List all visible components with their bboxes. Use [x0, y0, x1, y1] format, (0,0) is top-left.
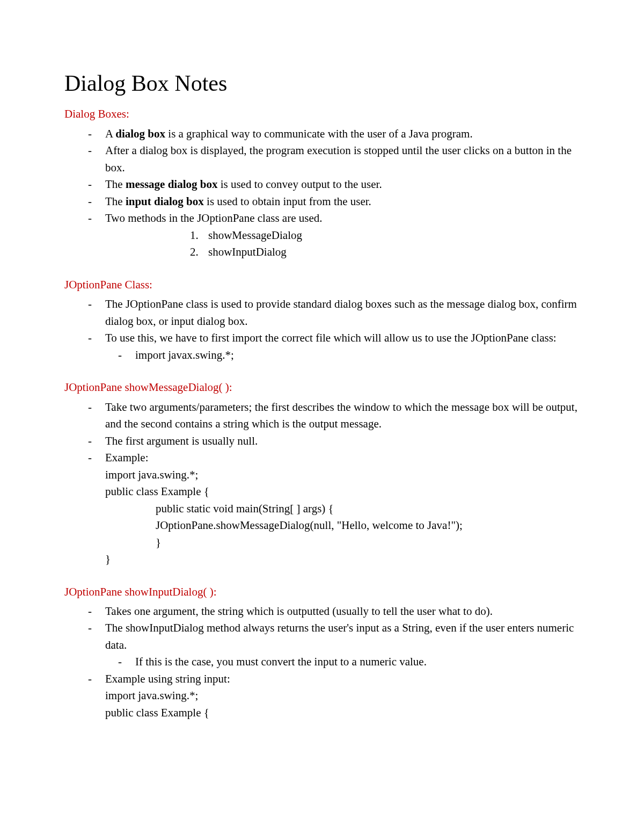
text: is used to obtain input from the user.: [204, 195, 371, 208]
list-item: The JOptionPane class is used to provide…: [105, 296, 580, 330]
list-item: After a dialog box is displayed, the pro…: [105, 142, 580, 176]
code-line: public static void main(String[ ] args) …: [105, 501, 580, 518]
list-item: Example: import java.swing.*; public cla…: [105, 449, 580, 568]
list-item: To use this, we have to first import the…: [105, 330, 580, 364]
bullet-list: A dialog box is a graphical way to commu…: [64, 126, 580, 227]
text: The: [105, 195, 126, 208]
code-line: import java.swing.*;: [105, 687, 580, 705]
sub-bullet-list: import javax.swing.*;: [105, 347, 580, 364]
code-line: public class Example {: [105, 705, 580, 722]
bullet-list: Takes one argument, the string which is …: [64, 603, 580, 722]
list-item: Take two arguments/parameters; the first…: [105, 399, 580, 433]
text: The: [105, 178, 126, 191]
code-line: }: [105, 551, 580, 568]
text: is a graphical way to communicate with t…: [165, 127, 473, 140]
list-item: showMessageDialog: [208, 227, 580, 244]
text: A: [105, 127, 115, 140]
list-item: Two methods in the JOptionPane class are…: [105, 210, 580, 227]
document-page: Dialog Box Notes Dialog Boxes: A dialog …: [0, 0, 644, 834]
code-line: import java.swing.*;: [105, 467, 580, 484]
list-item: The message dialog box is used to convey…: [105, 176, 580, 193]
list-item: Example using string input: import java.…: [105, 671, 580, 722]
bold-text: dialog box: [115, 127, 165, 140]
code-line: public class Example {: [105, 483, 580, 501]
list-item: The showInputDialog method always return…: [105, 620, 580, 671]
section-header-show-input-dialog: JOptionPane showInputDialog( ):: [64, 584, 580, 600]
code-line: JOptionPane.showMessageDialog(null, "Hel…: [105, 517, 580, 534]
text: Example:: [105, 451, 148, 464]
section-header-joptionpane-class: JOptionPane Class:: [64, 277, 580, 293]
numbered-list: showMessageDialog showInputDialog: [64, 227, 580, 261]
list-item: Takes one argument, the string which is …: [105, 603, 580, 620]
list-item: The first argument is usually null.: [105, 433, 580, 450]
section-header-dialog-boxes: Dialog Boxes:: [64, 106, 580, 122]
sub-bullet-list: If this is the case, you must convert th…: [105, 654, 580, 671]
list-item: showInputDialog: [208, 244, 580, 261]
bullet-list: Take two arguments/parameters; the first…: [64, 399, 580, 568]
text: Example using string input:: [105, 672, 230, 685]
bold-text: input dialog box: [126, 195, 204, 208]
text: To use this, we have to first import the…: [105, 331, 557, 344]
list-item: A dialog box is a graphical way to commu…: [105, 126, 580, 143]
text: The showInputDialog method always return…: [105, 621, 574, 651]
text: is used to convey output to the user.: [217, 178, 382, 191]
page-title: Dialog Box Notes: [64, 70, 580, 97]
bullet-list: The JOptionPane class is used to provide…: [64, 296, 580, 364]
list-item: If this is the case, you must convert th…: [135, 654, 580, 671]
section-header-show-message-dialog: JOptionPane showMessageDialog( ):: [64, 380, 580, 395]
list-item: import javax.swing.*;: [135, 347, 580, 364]
bold-text: message dialog box: [126, 178, 218, 191]
list-item: The input dialog box is used to obtain i…: [105, 193, 580, 211]
code-line: }: [105, 534, 580, 552]
